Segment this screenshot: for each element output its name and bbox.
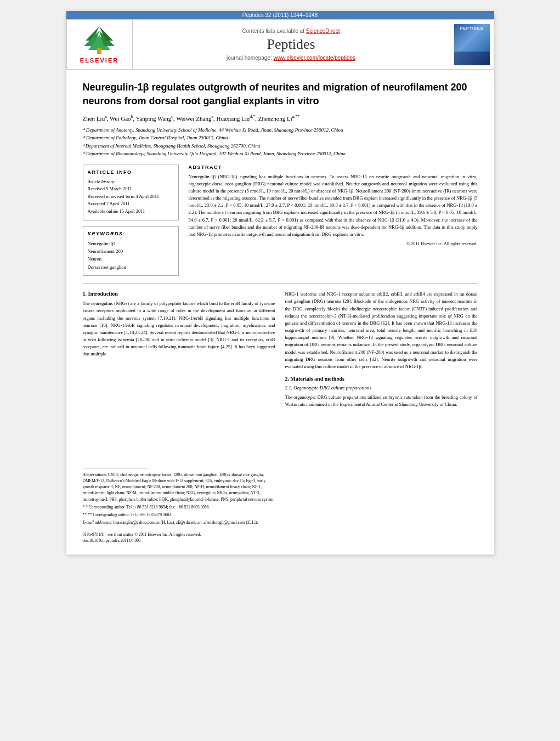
footnote-abbreviations: Abbreviations: CNTF, cholinergic neurotr… xyxy=(83,472,275,502)
journal-cover-area: PEPTIDES xyxy=(450,20,494,69)
double-star-symbol: ** xyxy=(83,512,88,517)
article-page: Peptides 32 (2011) 1244–1248 ELSEVIER xyxy=(66,11,494,555)
peptides-cover-label: PEPTIDES xyxy=(460,26,484,30)
info-abstract-columns: ARTICLE INFO Article history: Received 5… xyxy=(83,165,478,276)
methods-paragraph1: The organotypic DRG culture preparations… xyxy=(285,394,478,408)
right-column: ABSTRACT Neuregulin-1β (NRG-1β) signalin… xyxy=(189,165,478,276)
keyword-1: Neuregulin-1β xyxy=(88,240,174,247)
keyword-3: Neuron xyxy=(88,255,174,263)
homepage-text: journal homepage: xyxy=(227,55,274,61)
intro-paragraph1: The neuregulins (NRGs) are a family of p… xyxy=(83,300,275,358)
keyword-4: Dorsal root ganglion xyxy=(88,263,174,271)
article-info-title: ARTICLE INFO xyxy=(88,169,174,175)
footnote-divider xyxy=(83,468,149,468)
body-columns: 1. Introduction The neuregulins (NRGs) a… xyxy=(83,291,478,544)
sciencedirect-text: Contents lists available at xyxy=(242,28,306,34)
authors-line: Zhen Liua, Wei Gaob, Yanping Wangc, Weiw… xyxy=(83,114,478,123)
footnote-corresponding2: ** ** Corresponding author. Tel.: +86 15… xyxy=(83,512,275,518)
page-footer: 0196-9781/$ – see front matter © 2011 El… xyxy=(83,531,275,544)
revised-date: Received in revised form 4 April 2011 xyxy=(88,193,174,201)
affiliation-b: ᵇ Department of Pathology, Jinan Central… xyxy=(83,134,478,142)
footnote-emails: E-mail addresses: huaxiangliu@yahoo.com.… xyxy=(83,519,275,525)
journal-header-top: Peptides 32 (2011) 1244–1248 xyxy=(66,11,494,19)
left-column: ARTICLE INFO Article history: Received 5… xyxy=(83,165,179,276)
footnote-corresponding1: * * Corresponding author. Tel.: +86 531 … xyxy=(83,504,275,510)
received-date: Received 5 March 2011 xyxy=(88,185,174,193)
peptides-cover-image: PEPTIDES xyxy=(454,24,490,65)
journal-logo-area: ELSEVIER xyxy=(67,20,133,69)
journal-name: Peptides xyxy=(267,36,315,53)
svg-rect-6 xyxy=(97,48,101,54)
elsevier-label: ELSEVIER xyxy=(80,57,118,64)
keyword-2: Neurofilament 200 xyxy=(88,247,174,255)
elsevier-tree-icon xyxy=(77,25,121,55)
abstract-text: Neuregulin-1β (NRG-1β) signaling has mul… xyxy=(189,173,478,239)
history-label: Article history: xyxy=(88,178,174,186)
affiliation-c: ᶜ Department of Internal Medicine, Shoug… xyxy=(83,143,478,150)
homepage-link[interactable]: www.elsevier.com/locate/peptides xyxy=(274,55,356,61)
available-date: Available online 15 April 2011 xyxy=(88,208,174,216)
affiliations: ᵃ Department of Anatomy, Shandong Univer… xyxy=(83,127,478,158)
intro-paragraph2: NRG-1 isoforms and NRG-1 receptor subuni… xyxy=(285,291,478,370)
intro-heading: 1. Introduction xyxy=(83,291,275,297)
body-right-col: NRG-1 isoforms and NRG-1 receptor subuni… xyxy=(285,291,478,544)
sciencedirect-link[interactable]: ScienceDirect xyxy=(306,28,340,34)
journal-citation: Peptides 32 (2011) 1244–1248 xyxy=(242,12,318,18)
homepage-line: journal homepage: www.elsevier.com/locat… xyxy=(227,55,355,61)
article-info-box: ARTICLE INFO Article history: Received 5… xyxy=(83,165,179,220)
article-body: Neuregulin-1β regulates outgrowth of neu… xyxy=(66,70,494,555)
sciencedirect-line: Contents lists available at ScienceDirec… xyxy=(242,28,340,34)
doi-line: doi:10.1016/j.peptides.2011.04.005 xyxy=(83,538,275,544)
article-history: Article history: Received 5 March 2011 R… xyxy=(88,178,174,216)
keywords-section: Keywords: Neuregulin-1β Neurofilament 20… xyxy=(83,226,179,276)
copyright-line: © 2011 Elsevier Inc. All rights reserved… xyxy=(189,241,478,246)
body-left-col: 1. Introduction The neuregulins (NRGs) a… xyxy=(83,291,275,544)
article-title: Neuregulin-1β regulates outgrowth of neu… xyxy=(83,81,478,108)
affiliation-a: ᵃ Department of Anatomy, Shandong Univer… xyxy=(83,127,478,134)
journal-header-box: ELSEVIER Contents lists available at Sci… xyxy=(66,19,494,70)
abstract-title: ABSTRACT xyxy=(189,165,478,170)
affiliation-d: ᵈ Department of Rheumatology, Shandong U… xyxy=(83,150,478,158)
methods-heading: 2. Materials and methods xyxy=(285,376,478,382)
methods-subheading: 2.1. Organotypic DRG culture preparation… xyxy=(285,385,478,391)
issn-line: 0196-9781/$ – see front matter © 2011 El… xyxy=(83,531,275,538)
journal-header-center: Contents lists available at ScienceDirec… xyxy=(133,20,450,69)
keywords-title: Keywords: xyxy=(88,231,174,236)
body-divider xyxy=(83,284,478,284)
elsevier-logo: ELSEVIER xyxy=(77,25,121,64)
accepted-date: Accepted 7 April 2011 xyxy=(88,200,174,208)
authors: Zhen Liua, Wei Gaob, Yanping Wangc, Weiw… xyxy=(83,115,300,122)
